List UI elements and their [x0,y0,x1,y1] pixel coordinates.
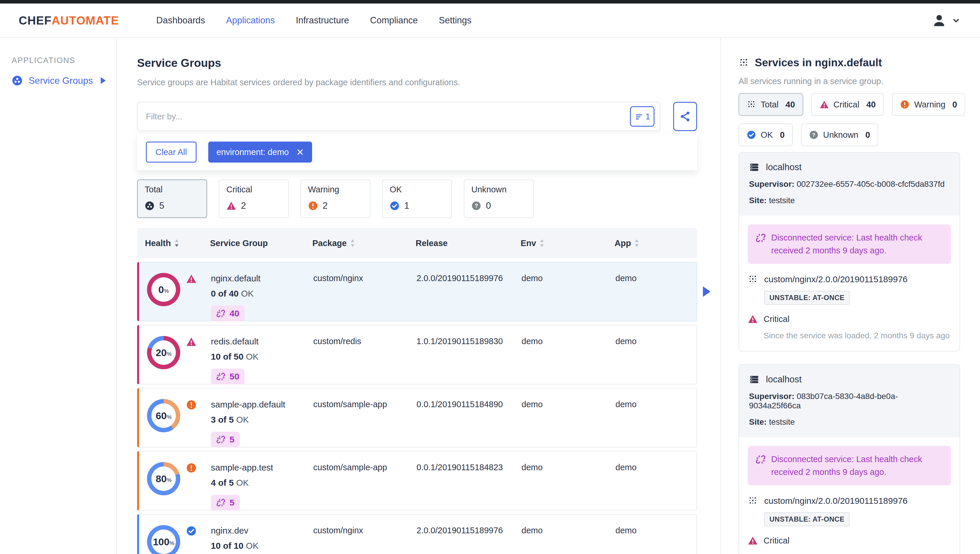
table-row[interactable]: 80% sample-app.test 4 of 5 OK 5 cu [137,451,697,511]
page-title: Service Groups [137,57,721,69]
env-cell: demo [522,326,616,385]
supervisor-line: Supervisor: 002732ee-6557-405c-b008-cfcf… [749,179,950,189]
table-header: Health Service Group Package Release Env… [137,228,697,258]
column-header-release: Release [415,238,520,248]
pill-total[interactable]: Total40 [738,93,803,116]
user-icon [932,13,947,28]
top-navbar: CHEF AUTOMATE Dashboards Applications In… [0,3,980,38]
health-status-icon [186,399,197,410]
env-cell: demo [522,262,616,321]
status-card-label: OK [390,185,444,195]
site-line: Site: testsite [749,417,950,427]
filter-count: 1 [646,112,651,121]
nav-infrastructure[interactable]: Infrastructure [296,15,349,26]
service-group-name: redis.default [211,337,313,346]
status-card-count: 1 [404,201,409,211]
pill-unknown[interactable]: ? Unknown0 [801,123,878,146]
user-menu[interactable] [932,13,961,28]
status-card-label: Critical [226,185,281,195]
table-row[interactable]: 0% nginx.default 0 of 40 OK 40 cus [137,262,697,321]
nav-settings[interactable]: Settings [439,15,471,26]
services-dots-icon [748,496,758,506]
service-card-header: localhost Supervisor: 083b07ca-5830-4a8d… [739,365,959,437]
app-cell: demo [616,326,698,385]
status-card-unknown[interactable]: Unknown ? 0 [464,179,534,218]
nav-compliance[interactable]: Compliance [370,15,418,26]
sort-icon[interactable] [174,239,179,247]
service-group-name: nginx.default [211,273,313,283]
sort-icon[interactable] [635,239,639,247]
main-content: Service Groups Service groups are Habita… [117,38,721,554]
column-header-health[interactable]: Health [145,238,210,248]
services-dots-icon [738,57,749,68]
service-group-cell: sample-app.test 4 of 5 OK 5 [211,452,313,511]
pill-ok[interactable]: OK0 [738,123,793,146]
table-row[interactable]: 20% redis.default 10 of 50 OK 50 c [137,325,697,385]
sort-icon[interactable] [350,239,355,247]
service-card-body: Disconnected service: Last health check … [739,216,959,351]
filter-chip-environment[interactable]: environment: demo [208,142,312,163]
services-detail-panel: Services in nginx.default All services r… [721,38,980,554]
status-card-label: Warning [308,185,363,195]
package-cell: custom/nginx [313,515,417,554]
critical-icon [819,100,829,109]
window-top-edge [0,0,980,3]
status-card-critical[interactable]: Critical 2 [219,179,289,218]
health-status-line: Critical [748,536,951,546]
filter-chip-label: environment: demo [216,147,289,157]
sidebar-item-label: Service Groups [29,75,93,86]
status-card-total[interactable]: Total 5 [137,179,207,218]
pill-warning[interactable]: Warning0 [892,93,965,116]
disconnected-alert: Disconnected service: Last health check … [748,446,951,485]
sort-icon[interactable] [539,239,544,247]
package-cell: custom/redis [313,326,417,385]
server-icon [749,162,759,172]
brand-automate: AUTOMATE [52,14,119,27]
pill-critical[interactable]: Critical40 [811,93,884,116]
column-header-env[interactable]: Env [520,238,614,248]
service-card: localhost Supervisor: 002732ee-6557-405c… [738,152,960,351]
disconnected-count-chip: 50 [211,369,244,385]
status-card-count: 2 [323,201,328,211]
nav-applications[interactable]: Applications [226,15,275,26]
share-button[interactable] [673,102,697,131]
nav-dashboards[interactable]: Dashboards [156,15,205,26]
service-group-cell: nginx.default 0 of 40 OK 40 [211,262,313,321]
column-header-package[interactable]: Package [312,238,415,248]
status-card-ok[interactable]: OK 1 [382,179,452,218]
selected-row-caret-icon[interactable] [702,286,711,297]
critical-icon [226,201,236,211]
critical-icon [748,536,758,546]
sidebar-caret-icon [100,77,106,85]
disconnected-alert: Disconnected service: Last health check … [748,225,951,264]
app-cell: demo [616,388,698,447]
app-cell: demo [616,515,698,554]
release-cell: 2.0.0/20190115189976 [417,515,522,554]
primary-nav: Dashboards Applications Infrastructure C… [156,15,472,26]
status-card-warning[interactable]: Warning 2 [301,179,371,218]
health-status-line: Critical [748,314,951,324]
filter-toggle-button[interactable]: 1 [630,106,654,127]
service-group-name: sample-app.test [211,463,313,473]
host-name: localhost [766,162,802,172]
status-card-count: 2 [241,201,246,211]
services-dots-icon [748,275,758,284]
sidebar-item-service-groups[interactable]: Service Groups [0,75,116,86]
chevron-down-icon [951,15,961,26]
service-groups-icon [12,75,23,86]
service-group-cell: nginx.dev 10 of 10 OK 10 [211,515,313,554]
service-group-icon [145,201,154,211]
env-cell: demo [522,388,616,447]
chip-close-icon[interactable] [296,148,304,156]
chef-automate-logo[interactable]: CHEF AUTOMATE [19,14,119,27]
column-header-app[interactable]: App [614,238,697,248]
table-row[interactable]: 100% nginx.dev 10 of 10 OK 10 cust [137,514,697,554]
update-strategy-badge: UNSTABLE: AT-ONCE [764,291,850,305]
service-group-name: nginx.dev [211,526,313,536]
package-cell: custom/sample-app [313,452,417,511]
disconnected-count-chip: 5 [211,495,240,511]
filter-input[interactable] [146,112,630,121]
clear-all-button[interactable]: Clear All [146,142,197,163]
release-cell: 2.0.0/20190115189976 [417,262,522,321]
table-row[interactable]: 60% sample-app.default 3 of 5 OK 5 [137,388,697,447]
